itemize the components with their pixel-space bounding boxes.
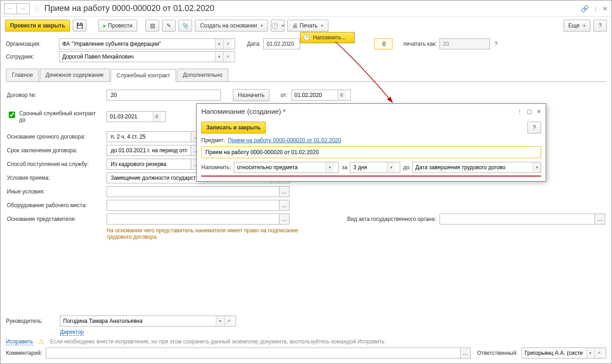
remind-mode-input[interactable]: ▾	[234, 162, 339, 173]
dialog-kebab-icon[interactable]: ⋮	[517, 108, 522, 115]
dialog-maximize-icon[interactable]: ▢	[527, 108, 532, 115]
tab-additional[interactable]: Дополнительно	[177, 69, 228, 81]
act-type-label: Вид акта государственного органа:	[347, 216, 436, 222]
position-link[interactable]: Директор	[60, 329, 84, 336]
footer: Руководитель: ▾ ↗ Директор Исправить ⚠ Е…	[6, 313, 606, 361]
save-button[interactable]: 💾	[73, 20, 86, 32]
assign-button[interactable]: Назначить	[233, 89, 269, 101]
dialog-close-icon[interactable]: ✕	[537, 108, 541, 115]
print-as-help-icon[interactable]: ?	[494, 41, 498, 47]
save-icon: 💾	[76, 22, 83, 29]
close-window-icon[interactable]: ✕	[602, 5, 608, 12]
create-based-button[interactable]: Создать на основании	[195, 20, 268, 32]
contract-num-input[interactable]	[110, 91, 218, 99]
basis-urgent-input[interactable]	[110, 133, 188, 140]
dropdown-icon[interactable]: ▾	[586, 348, 594, 358]
nav-forward-button[interactable]: →	[17, 3, 30, 14]
rep-basis-input[interactable]	[110, 215, 276, 223]
fix-hint: Если необходимо внести исправление, но п…	[50, 338, 385, 345]
dialog-title: Напоминание (создание) *	[201, 107, 517, 115]
tab-money[interactable]: Денежное содержание	[40, 69, 110, 81]
ellipsis-button[interactable]: …	[279, 214, 290, 225]
remind-drop-button[interactable]: 🕑	[271, 20, 285, 32]
doc-button-2[interactable]: ✎	[162, 20, 176, 32]
more-button[interactable]: Еще	[564, 20, 591, 32]
other-input[interactable]	[110, 188, 276, 195]
event-input[interactable]: ▾	[412, 162, 541, 173]
attach-button[interactable]: 📎	[178, 20, 192, 32]
ellipsis-button[interactable]: …	[279, 200, 290, 211]
manager-label: Руководитель:	[6, 318, 56, 324]
open-icon[interactable]: ↗	[223, 39, 231, 49]
post-and-close-button[interactable]: Провести и закрыть	[5, 20, 70, 32]
resp-input[interactable]: ▾ ↗	[521, 348, 606, 359]
kebab-icon[interactable]: ⋮	[592, 5, 599, 12]
ellipsis-button[interactable]: …	[279, 186, 290, 197]
contract-num-label: Договор №:	[7, 92, 103, 98]
dropdown-icon[interactable]: ▾	[215, 52, 223, 62]
dropdown-icon[interactable]: ▾	[215, 39, 223, 49]
warning-icon: ⚠	[38, 338, 44, 345]
print-as-input[interactable]	[440, 38, 490, 49]
post-icon: ▸	[103, 22, 106, 29]
remind-menu-item[interactable]: 🕑 Напомнить...	[300, 32, 354, 43]
tab-main[interactable]: Главное	[6, 69, 39, 81]
number-input[interactable]	[374, 38, 392, 49]
za-label: за	[342, 164, 347, 171]
comment-input[interactable]	[49, 349, 457, 357]
urgent-label: Срочный служебный контракт до	[19, 110, 97, 123]
other-label: Иные условия:	[7, 188, 103, 195]
description-input[interactable]	[201, 146, 541, 158]
link-icon[interactable]: 🔗	[581, 5, 589, 12]
favorite-star-icon[interactable]: ☆	[33, 4, 41, 14]
fix-link[interactable]: Исправить	[6, 338, 33, 345]
term-input[interactable]	[110, 147, 188, 154]
tab-contract[interactable]: Служебный контракт	[111, 69, 176, 82]
ellipsis-button[interactable]: …	[461, 348, 471, 359]
dropdown-icon[interactable]: ▾	[216, 316, 224, 326]
annotation-underline	[201, 176, 541, 177]
calendar-icon[interactable]: 🗓	[153, 112, 161, 122]
doc-button-1[interactable]: ▤	[145, 20, 159, 32]
emp-input[interactable]: ▾ ↗	[59, 51, 235, 62]
subject-label: Предмет:	[201, 137, 225, 144]
comment-label: Комментарий:	[6, 350, 42, 356]
manager-input[interactable]: ▾ ↗	[60, 316, 236, 327]
date-label: Дата:	[247, 41, 261, 47]
remind-menu-icon: 🕑	[303, 34, 310, 41]
open-icon[interactable]: ↗	[224, 316, 232, 326]
do-label: до	[403, 164, 409, 171]
term-label: Срок заключения договора:	[7, 147, 103, 154]
print-button[interactable]: 🖨Печать	[287, 20, 328, 32]
period-input[interactable]: ▾	[350, 162, 400, 173]
urgent-checkbox[interactable]	[9, 112, 15, 118]
dialog-save-close-button[interactable]: Записать и закрыть	[201, 122, 266, 134]
entry-label: Способ поступления на службу:	[7, 161, 112, 167]
nav-back-button[interactable]: ←	[4, 3, 17, 14]
dropdown-icon[interactable]: ▾	[533, 162, 541, 172]
ellipsis-button[interactable]: …	[595, 214, 605, 225]
subject-link[interactable]: Прием на работу 0000-000020 от 01.02.202…	[228, 137, 341, 144]
org-input[interactable]: ▾ ↗	[59, 38, 235, 49]
dropdown-icon[interactable]: ▾	[326, 162, 334, 172]
equip-input[interactable]	[110, 202, 276, 209]
urgent-date-input[interactable]: 🗓	[107, 111, 166, 122]
print-as-label: печатать как:	[403, 41, 437, 47]
entry-input[interactable]	[110, 161, 188, 168]
conditions-label: Условия приема:	[7, 175, 103, 181]
open-icon[interactable]: ↗	[223, 52, 231, 62]
titlebar: ← → ☆ Прием на работу 0000-000020 от 01.…	[0, 0, 612, 17]
remind-icon: 🕑	[271, 22, 278, 29]
from-date-input[interactable]: 🗓	[291, 90, 351, 101]
dialog-help-button[interactable]: ?	[527, 122, 541, 134]
help-button[interactable]: ?	[593, 20, 607, 32]
date-input[interactable]: 01.02.2020	[263, 38, 300, 49]
basis-urgent-label: Основание срочного договора:	[7, 134, 103, 140]
document-icon: ▤	[150, 22, 155, 29]
calendar-icon[interactable]: 🗓	[338, 90, 346, 100]
act-type-input[interactable]	[443, 215, 592, 223]
dropdown-icon[interactable]: ▾	[387, 162, 395, 172]
open-icon[interactable]: ↗	[594, 348, 602, 358]
tabs: Главное Денежное содержание Служебный ко…	[6, 69, 606, 82]
post-button[interactable]: ▸Провести	[98, 20, 137, 32]
